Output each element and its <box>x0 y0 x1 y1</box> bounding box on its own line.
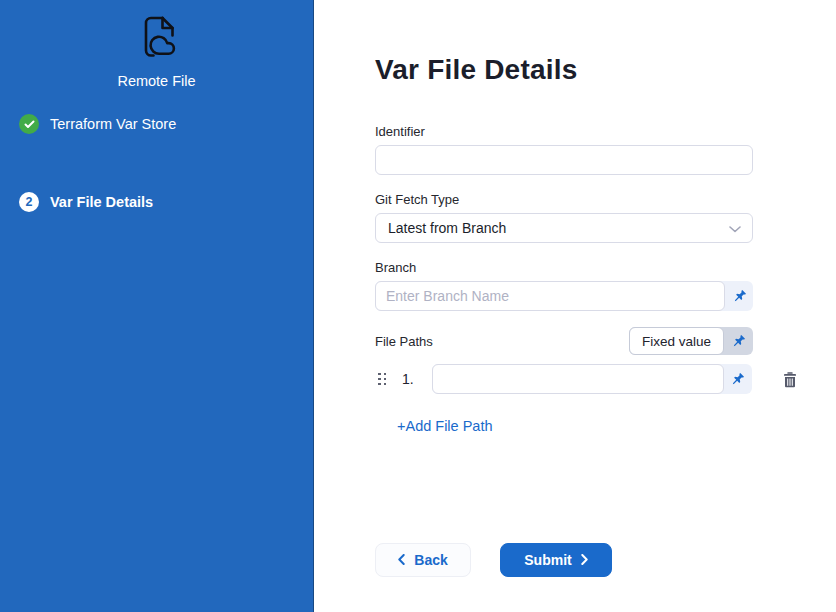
add-file-path-button[interactable]: +Add File Path <box>397 418 493 434</box>
drag-handle-icon[interactable] <box>378 373 386 386</box>
chevron-right-icon <box>581 552 588 568</box>
step-number-badge: 2 <box>19 192 39 212</box>
step-terraform-var-store[interactable]: Terraform Var Store <box>0 114 313 134</box>
submit-button[interactable]: Submit <box>500 543 612 577</box>
file-paths-label: File Paths <box>375 334 433 349</box>
store-type-label: Remote File <box>117 73 195 89</box>
back-button[interactable]: Back <box>375 543 471 577</box>
step-completed-check-icon <box>19 114 39 134</box>
file-path-pin-icon[interactable] <box>724 364 752 394</box>
var-file-details-panel: Var File Details Identifier Git Fetch Ty… <box>314 0 836 612</box>
chevron-left-icon <box>398 552 405 568</box>
file-paths-input-type-selector[interactable]: Fixed value <box>629 327 753 355</box>
var-file-form: Identifier Git Fetch Type Latest from Br… <box>375 124 753 577</box>
submit-button-label: Submit <box>524 552 571 568</box>
git-fetch-type-label: Git Fetch Type <box>375 192 753 207</box>
delete-file-path-button[interactable] <box>782 371 798 388</box>
wizard-footer: Back Submit <box>375 543 753 577</box>
file-path-field <box>432 364 752 394</box>
file-path-row-index: 1. <box>402 371 414 387</box>
step-var-file-details[interactable]: 2 Var File Details <box>0 192 313 212</box>
wizard-sidebar: Remote File Terraform Var Store 2 Var Fi… <box>0 0 314 612</box>
wizard-steps: Terraform Var Store 2 Var File Details <box>0 114 313 212</box>
chevron-down-icon <box>729 220 741 236</box>
fixed-value-button[interactable]: Fixed value <box>629 327 724 355</box>
file-cloud-icon <box>131 12 183 68</box>
branch-pin-icon[interactable] <box>725 281 753 311</box>
file-paths-pin-icon[interactable] <box>724 327 753 355</box>
branch-input[interactable] <box>375 281 725 311</box>
page-title: Var File Details <box>375 54 836 86</box>
file-path-input[interactable] <box>432 364 724 394</box>
identifier-label: Identifier <box>375 124 753 139</box>
file-path-row: 1. <box>378 364 753 394</box>
branch-field <box>375 281 753 311</box>
var-file-details-dialog: Remote File Terraform Var Store 2 Var Fi… <box>0 0 836 612</box>
step-label: Var File Details <box>50 194 153 210</box>
branch-label: Branch <box>375 260 753 275</box>
file-paths-header: File Paths Fixed value <box>375 327 753 355</box>
trash-icon <box>782 371 798 388</box>
identifier-input[interactable] <box>375 145 753 175</box>
back-button-label: Back <box>414 552 447 568</box>
git-fetch-type-select[interactable]: Latest from Branch <box>375 213 753 243</box>
store-type-header: Remote File <box>0 0 313 89</box>
git-fetch-type-value: Latest from Branch <box>388 220 506 236</box>
step-label: Terraform Var Store <box>50 116 176 132</box>
